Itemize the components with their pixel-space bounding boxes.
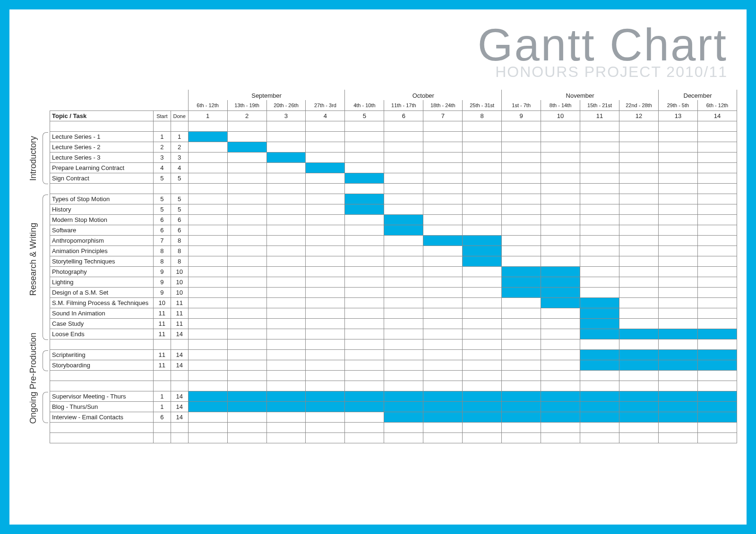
gantt-cell: [541, 329, 580, 339]
table-row: Photography 9 10: [50, 266, 737, 277]
gantt-cell: [541, 412, 580, 422]
task-done: 14: [171, 329, 188, 339]
gantt-cell: [697, 318, 737, 329]
gantt-cell: [306, 131, 345, 142]
gantt-cell: [423, 308, 463, 318]
gantt-cell: [580, 318, 619, 329]
table-row: Lecture Series - 2 2 2: [50, 142, 737, 152]
gantt-cell: [580, 194, 619, 204]
week-date-range: 27th - 3rd: [306, 100, 345, 110]
gantt-cell: [266, 204, 306, 214]
gantt-cell: [619, 142, 658, 152]
gantt-cell: [227, 246, 266, 256]
gantt-cell: [619, 318, 658, 329]
task-name: Types of Stop Motion: [50, 194, 154, 204]
gantt-cell: [697, 297, 737, 308]
gantt-cell: [345, 152, 384, 162]
gantt-cell: [227, 277, 266, 287]
gantt-cell: [697, 246, 737, 256]
gantt-cell: [384, 287, 423, 297]
gantt-cell: [658, 162, 697, 173]
gantt-cell: [227, 214, 266, 225]
gantt-cell: [384, 194, 423, 204]
gantt-cell: [580, 214, 619, 225]
gantt-cell: [227, 401, 266, 412]
page-subtitle: HONOURS PROJECT 2010/11: [478, 63, 728, 81]
gantt-cell: [463, 194, 502, 204]
gantt-cell: [502, 173, 541, 183]
gantt-cell: [227, 287, 266, 297]
section-label: Ongoing: [28, 380, 38, 436]
gantt-cell: [502, 152, 541, 162]
gantt-cell: [502, 225, 541, 235]
gantt-cell: [345, 204, 384, 214]
gantt-cell: [463, 214, 502, 225]
task-name: S.M. Filming Process & Techniques: [50, 297, 154, 308]
task-name: Case Study: [50, 318, 154, 329]
task-start: 9: [153, 277, 171, 287]
gantt-cell: [463, 287, 502, 297]
gantt-cell: [619, 152, 658, 162]
gantt-cell: [306, 308, 345, 318]
gantt-cell: [188, 162, 227, 173]
gantt-cell: [502, 162, 541, 173]
gantt-cell: [188, 173, 227, 183]
gantt-cell: [266, 214, 306, 225]
task-start: 2: [153, 142, 171, 152]
task-name: Photography: [50, 266, 154, 277]
task-done: 5: [171, 194, 188, 204]
gantt-cell: [658, 235, 697, 246]
gantt-cell: [619, 235, 658, 246]
gantt-cell: [266, 349, 306, 360]
week-number: 2: [227, 110, 266, 121]
gantt-cell: [266, 256, 306, 266]
gantt-cell: [658, 329, 697, 339]
gantt-cell: [384, 266, 423, 277]
task-name: Prepare Learning Contract: [50, 162, 154, 173]
gantt-cell: [658, 131, 697, 142]
gantt-cell: [697, 214, 737, 225]
gantt-cell: [502, 349, 541, 360]
gantt-cell: [423, 225, 463, 235]
task-name: Storytelling Techniques: [50, 256, 154, 266]
gantt-cell: [541, 235, 580, 246]
gantt-cell: [619, 329, 658, 339]
gantt-cell: [227, 412, 266, 422]
gantt-cell: [502, 131, 541, 142]
gantt-cell: [619, 225, 658, 235]
week-date-range: 11th - 17th: [384, 100, 423, 110]
gantt-cell: [423, 235, 463, 246]
gantt-cell: [188, 391, 227, 401]
table-row: Lecture Series - 3 3 3: [50, 152, 737, 162]
gantt-cell: [619, 277, 658, 287]
gantt-cell: [188, 131, 227, 142]
gantt-cell: [384, 401, 423, 412]
gantt-cell: [658, 204, 697, 214]
gantt-cell: [306, 204, 345, 214]
table-row: Sign Contract 5 5: [50, 173, 737, 183]
task-name: Lighting: [50, 277, 154, 287]
gantt-cell: [580, 173, 619, 183]
task-name: Storyboarding: [50, 360, 154, 370]
gantt-cell: [463, 235, 502, 246]
task-name: Scriptwriting: [50, 349, 154, 360]
gantt-cell: [619, 246, 658, 256]
task-start: 5: [153, 173, 171, 183]
table-row: Case Study 11 11: [50, 318, 737, 329]
gantt-cell: [384, 235, 423, 246]
gantt-cell: [658, 318, 697, 329]
gantt-cell: [345, 173, 384, 183]
gantt-cell: [345, 256, 384, 266]
week-date-range: 18th - 24th: [423, 100, 463, 110]
gantt-cell: [502, 277, 541, 287]
gantt-cell: [580, 329, 619, 339]
gantt-cell: [345, 214, 384, 225]
gantt-cell: [463, 308, 502, 318]
gantt-cell: [266, 131, 306, 142]
chart-wrap: IntroductoryResearch & WritingPre-Produc…: [24, 90, 737, 467]
gantt-cell: [423, 152, 463, 162]
gantt-cell: [306, 152, 345, 162]
task-start: 11: [153, 349, 171, 360]
gantt-cell: [188, 194, 227, 204]
gantt-cell: [658, 308, 697, 318]
